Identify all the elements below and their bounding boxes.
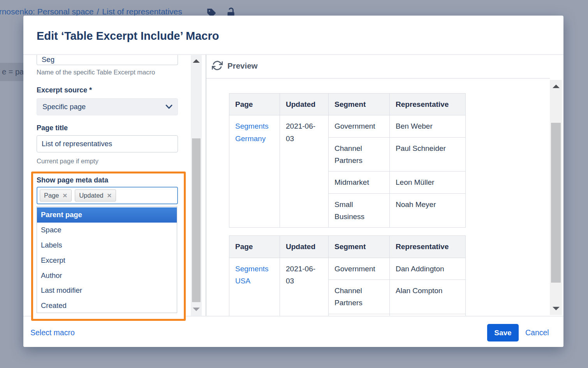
- scroll-up-arrow[interactable]: [553, 85, 560, 88]
- segment-cell: Government: [329, 258, 390, 280]
- option-created[interactable]: Created: [37, 298, 177, 313]
- table-header-row: Page Updated Segment Representative: [229, 236, 466, 258]
- macro-name-input[interactable]: Seg: [37, 55, 178, 65]
- option-labels[interactable]: Labels: [37, 238, 177, 253]
- form-scrollbar[interactable]: [191, 55, 202, 316]
- macro-name-help: Name of the specific Table Excerpt macro: [37, 69, 155, 76]
- refresh-preview-icon[interactable]: [212, 60, 224, 73]
- rep-cell: Paul Schneider: [390, 137, 466, 172]
- page-link-segments-usa[interactable]: Segments USA: [235, 265, 269, 285]
- meta-data-highlight-box: Show page meta data Page ✕ Updated ✕ Par…: [31, 172, 186, 321]
- save-button[interactable]: Save: [487, 324, 519, 341]
- chevron-down-icon: [165, 104, 173, 109]
- page-cell: Segments USA: [229, 258, 280, 316]
- col-page: Page: [229, 94, 280, 115]
- breadcrumb-page-link: List of representatives: [102, 7, 182, 16]
- rep-cell: Dan Addington: [390, 258, 466, 280]
- rep-cell: Noah Meyer: [390, 193, 466, 228]
- dialog-title: Edit ‘Table Excerpt Include’ Macro: [37, 30, 219, 42]
- rep-cell: Ben Weber: [390, 115, 466, 137]
- rep-cell: Alan Compton: [390, 280, 466, 314]
- select-macro-link[interactable]: Select macro: [30, 328, 75, 337]
- segment-cell: Channel Partners: [329, 137, 390, 172]
- meta-options-listbox: Parent page Space Labels Excerpt Author …: [37, 206, 177, 313]
- breadcrumb-space-link: urnosenko: Personal space: [0, 7, 94, 16]
- col-page: Page: [229, 236, 280, 258]
- col-updated: Updated: [280, 236, 329, 258]
- scrollbar-thumb[interactable]: [192, 138, 201, 302]
- scrollbar-thumb[interactable]: [551, 123, 561, 283]
- screen: urnosenko: Personal space/List of repres…: [0, 0, 588, 368]
- page-title-label: Page title: [37, 124, 68, 132]
- col-representative: Representative: [390, 236, 466, 258]
- col-segment: Segment: [329, 236, 390, 258]
- breadcrumb: urnosenko: Personal space/List of repres…: [0, 7, 182, 16]
- remove-tag-icon[interactable]: ✕: [107, 192, 112, 199]
- rep-cell: Leon Müller: [390, 172, 466, 193]
- macro-placeholder-fragment: e = pa: [0, 63, 24, 81]
- updated-cell: 2021-06-03: [280, 258, 329, 316]
- col-representative: Representative: [390, 94, 466, 115]
- meta-tag-page[interactable]: Page ✕: [40, 189, 72, 202]
- segment-cell: Government: [329, 115, 390, 137]
- breadcrumb-separator: /: [97, 7, 99, 16]
- segment-cell: Midmarket: [329, 172, 390, 193]
- page-title-input[interactable]: List of representatives: [37, 135, 178, 152]
- scroll-down-arrow[interactable]: [193, 308, 200, 311]
- preview-title: Preview: [227, 61, 258, 71]
- excerpt-source-label: Excerpt source *: [37, 86, 92, 94]
- page-title-help: Current page if empty: [37, 157, 99, 165]
- segment-cell: Channel Partners: [329, 280, 390, 314]
- table-row: Segments Germany 2021-06-03 Government B…: [229, 115, 466, 137]
- scroll-down-arrow[interactable]: [553, 307, 560, 310]
- option-space[interactable]: Space: [37, 223, 177, 238]
- preview-area: Page Updated Segment Representative Segm…: [206, 79, 550, 316]
- meta-tag-updated-label: Updated: [79, 192, 103, 199]
- meta-tag-updated[interactable]: Updated ✕: [75, 189, 116, 202]
- meta-data-multiselect[interactable]: Page ✕ Updated ✕: [37, 187, 178, 204]
- excerpt-source-select[interactable]: Specific page: [37, 98, 178, 115]
- remove-tag-icon[interactable]: ✕: [63, 192, 68, 199]
- cancel-link[interactable]: Cancel: [525, 328, 549, 337]
- segment-cell: Small Business: [329, 193, 390, 228]
- preview-scrollbar[interactable]: [550, 80, 562, 315]
- scroll-up-arrow[interactable]: [193, 59, 200, 63]
- option-last-modifier[interactable]: Last modifier: [37, 283, 177, 298]
- col-segment: Segment: [329, 94, 390, 115]
- table-header-row: Page Updated Segment Representative: [229, 94, 466, 115]
- edit-macro-dialog: Edit ‘Table Excerpt Include’ Macro Seg N…: [23, 16, 563, 347]
- page-link-segments-germany[interactable]: Segments Germany: [235, 122, 269, 142]
- table-row: Segments USA 2021-06-03 Government Dan A…: [229, 258, 466, 280]
- meta-tag-page-label: Page: [44, 192, 59, 199]
- option-author[interactable]: Author: [37, 268, 177, 283]
- page-cell: Segments Germany: [229, 115, 280, 228]
- option-parent-page[interactable]: Parent page: [37, 207, 177, 223]
- option-excerpt[interactable]: Excerpt: [37, 253, 177, 268]
- preview-table-germany: Page Updated Segment Representative Segm…: [229, 93, 466, 228]
- preview-table-usa: Page Updated Segment Representative Segm…: [229, 235, 466, 316]
- updated-cell: 2021-06-03: [280, 115, 329, 228]
- excerpt-source-value: Specific page: [42, 103, 86, 111]
- col-updated: Updated: [280, 94, 329, 115]
- meta-data-label: Show page meta data: [37, 176, 108, 184]
